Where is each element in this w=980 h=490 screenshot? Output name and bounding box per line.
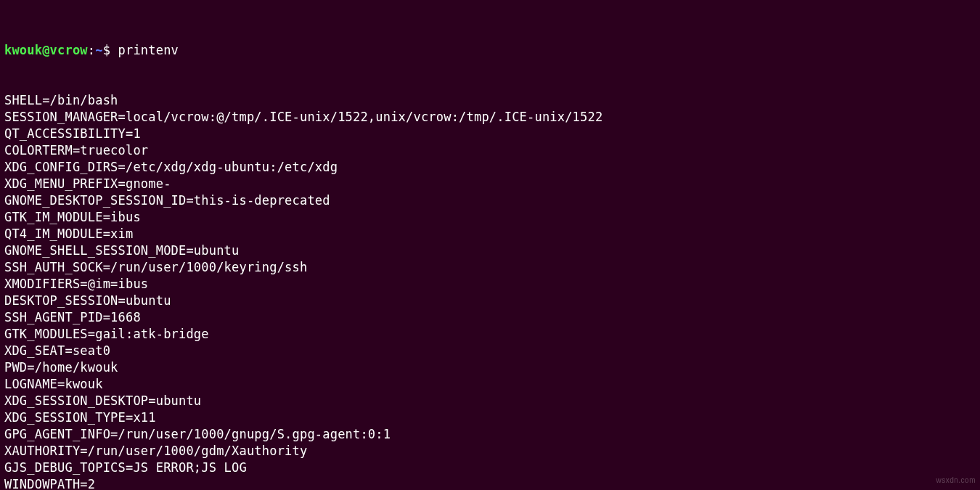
- env-line: GTK_IM_MODULE=ibus: [4, 209, 974, 226]
- env-line: GJS_DEBUG_TOPICS=JS ERROR;JS LOG: [4, 460, 974, 476]
- command-output: SHELL=/bin/bashSESSION_MANAGER=local/vcr…: [4, 92, 974, 490]
- prompt-separator: :: [88, 43, 95, 57]
- env-line: SESSION_MANAGER=local/vcrow:@/tmp/.ICE-u…: [4, 109, 974, 126]
- env-line: SSH_AUTH_SOCK=/run/user/1000/keyring/ssh: [4, 259, 974, 276]
- env-line: XDG_SEAT=seat0: [4, 343, 974, 359]
- env-line: PWD=/home/kwouk: [4, 359, 974, 376]
- env-line: GPG_AGENT_INFO=/run/user/1000/gnupg/S.gp…: [4, 426, 974, 443]
- env-line: WINDOWPATH=2: [4, 476, 974, 490]
- env-line: GNOME_SHELL_SESSION_MODE=ubuntu: [4, 242, 974, 259]
- terminal-window[interactable]: kwouk@vcrow:~$ printenv SHELL=/bin/bashS…: [0, 0, 980, 490]
- env-line: XDG_MENU_PREFIX=gnome-: [4, 176, 974, 192]
- prompt-line: kwouk@vcrow:~$ printenv: [4, 42, 974, 59]
- env-line: GNOME_DESKTOP_SESSION_ID=this-is-depreca…: [4, 192, 974, 209]
- watermark-text: wsxdn.com: [936, 472, 976, 489]
- env-line: XDG_SESSION_TYPE=x11: [4, 409, 974, 426]
- prompt-path: ~: [95, 43, 102, 57]
- entered-command: printenv: [118, 43, 179, 57]
- env-line: COLORTERM=truecolor: [4, 142, 974, 159]
- env-line: DESKTOP_SESSION=ubuntu: [4, 293, 974, 309]
- env-line: QT_ACCESSIBILITY=1: [4, 126, 974, 142]
- env-line: LOGNAME=kwouk: [4, 376, 974, 393]
- env-line: GTK_MODULES=gail:atk-bridge: [4, 326, 974, 343]
- env-line: XDG_CONFIG_DIRS=/etc/xdg/xdg-ubuntu:/etc…: [4, 159, 974, 176]
- env-line: XDG_SESSION_DESKTOP=ubuntu: [4, 393, 974, 409]
- env-line: XMODIFIERS=@im=ibus: [4, 276, 974, 293]
- env-line: XAUTHORITY=/run/user/1000/gdm/Xauthority: [4, 443, 974, 460]
- prompt-user-host: kwouk@vcrow: [4, 43, 88, 57]
- env-line: QT4_IM_MODULE=xim: [4, 226, 974, 242]
- prompt-symbol: $: [103, 43, 118, 57]
- env-line: SHELL=/bin/bash: [4, 92, 974, 109]
- env-line: SSH_AGENT_PID=1668: [4, 309, 974, 326]
